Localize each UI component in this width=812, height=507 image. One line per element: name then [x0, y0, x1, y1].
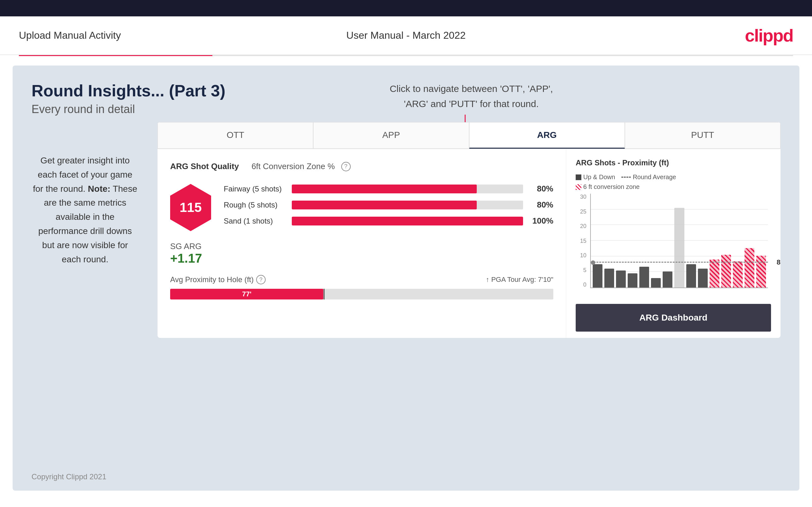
sg-section: SG ARG +1.17	[170, 241, 553, 266]
bar-9	[686, 264, 696, 288]
header-left: Upload Manual Activity	[19, 30, 121, 41]
bar-row-fairway: Fairway (5 shots) 80%	[224, 184, 553, 194]
score-hexagon: 115	[170, 184, 211, 231]
bar-15-hatched	[756, 256, 766, 287]
logo: clippd	[745, 25, 793, 46]
left-panel: ARG Shot Quality 6ft Conversion Zone % ?…	[158, 149, 566, 338]
chart-area: 8	[590, 194, 768, 288]
note-bold: Note:	[88, 184, 111, 194]
tab-ott[interactable]: OTT	[158, 122, 313, 149]
y-label-5: 5	[583, 267, 587, 274]
right-panel: ARG Shots - Proximity (ft) Up & Down Rou…	[566, 149, 780, 338]
bar-container-rough	[292, 201, 523, 210]
y-label-0: 0	[583, 282, 587, 288]
bar-8-tall	[674, 208, 684, 287]
info-icon[interactable]: ?	[341, 162, 351, 171]
header-accent	[19, 55, 793, 56]
panel-header: ARG Shot Quality 6ft Conversion Zone % ?	[170, 162, 553, 171]
bar-11-hatched	[710, 260, 719, 287]
header: Upload Manual Activity User Manual - Mar…	[0, 16, 812, 55]
main-content: Round Insights... (Part 3) Every round i…	[13, 65, 799, 491]
legend-second-row: 6 ft conversion zone	[576, 183, 771, 190]
proximity-section: Avg Proximity to Hole (ft) ? ↑ PGA Tour …	[170, 275, 553, 299]
legend-conversion-label: 6 ft conversion zone	[583, 183, 640, 190]
annotation-line1: Click to navigate between 'OTT', 'APP',	[390, 81, 553, 96]
top-bar	[0, 0, 812, 16]
proximity-cursor	[323, 289, 324, 299]
bars-container	[593, 194, 766, 287]
bar-12-hatched	[721, 255, 731, 287]
tab-putt[interactable]: PUTT	[625, 122, 780, 149]
proximity-bar-text: 77'	[242, 290, 251, 298]
annotation-line2: 'ARG' and 'PUTT' for that round.	[390, 96, 553, 111]
bar-7	[663, 272, 672, 287]
bar-6	[651, 278, 661, 287]
legend-conversion: 6 ft conversion zone	[576, 183, 640, 190]
legend-dashed-icon	[621, 177, 631, 178]
legend-round-avg: Round Average	[621, 173, 676, 181]
hexagon-container: 115	[170, 184, 211, 231]
bar-container-fairway	[292, 184, 523, 193]
bar-label-fairway: Fairway (5 shots)	[224, 184, 287, 193]
bar-fill-sand	[292, 217, 523, 225]
legend-square-icon	[576, 174, 581, 180]
arg-dashboard-button[interactable]: ARG Dashboard	[576, 304, 771, 332]
bar-1	[593, 264, 603, 288]
bar-2	[604, 269, 614, 287]
y-label-15: 15	[580, 238, 587, 244]
y-label-20: 20	[580, 223, 587, 230]
y-axis: 0 5 10 15 20 25 30	[576, 194, 588, 288]
main-card: OTT APP ARG PUTT ARG Shot Quality 6ft Co…	[158, 122, 780, 338]
legend-up-down-label: Up & Down	[583, 173, 615, 181]
legend-up-down: Up & Down	[576, 173, 615, 181]
sg-label: SG ARG	[170, 241, 553, 251]
tab-app[interactable]: APP	[313, 122, 469, 149]
bar-14-hatched	[745, 248, 754, 287]
pga-avg: ↑ PGA Tour Avg: 7'10"	[486, 276, 553, 284]
legend-round-avg-label: Round Average	[633, 173, 676, 181]
legend-hatched-icon	[576, 184, 581, 190]
dashed-line-dot	[591, 261, 595, 265]
bar-5	[639, 267, 649, 287]
bar-value-fairway: 80%	[528, 184, 553, 194]
bar-value-rough: 80%	[528, 200, 553, 210]
bar-4	[628, 273, 638, 287]
y-label-25: 25	[580, 209, 587, 215]
panel-title: ARG Shot Quality	[170, 162, 239, 171]
card-body: ARG Shot Quality 6ft Conversion Zone % ?…	[158, 149, 780, 338]
bar-13-hatched	[733, 261, 743, 287]
sg-value: +1.17	[170, 251, 553, 266]
proximity-header: Avg Proximity to Hole (ft) ? ↑ PGA Tour …	[170, 275, 553, 284]
tab-arg[interactable]: ARG	[469, 122, 625, 149]
bar-row-rough: Rough (5 shots) 80%	[224, 200, 553, 210]
bar-label-sand: Sand (1 shots)	[224, 217, 287, 225]
proximity-bar-container: 77'	[170, 289, 553, 299]
bar-container-sand	[292, 217, 523, 225]
bar-label-rough: Rough (5 shots)	[224, 201, 287, 210]
left-description: Get greater insight into each facet of y…	[32, 154, 139, 267]
dashed-avg-line: 8	[591, 262, 768, 263]
bar-10	[698, 269, 708, 287]
proximity-label: Avg Proximity to Hole (ft) ?	[170, 275, 266, 284]
chart-header-row: ARG Shots - Proximity (ft) Up & Down Rou…	[576, 158, 771, 190]
y-label-30: 30	[580, 194, 587, 200]
upload-link[interactable]: Upload Manual Activity	[19, 30, 121, 41]
bar-fill-rough	[292, 201, 477, 210]
bar-fill-fairway	[292, 184, 477, 193]
bar-row-sand: Sand (1 shots) 100%	[224, 216, 553, 226]
score-section: 115 Fairway (5 shots) 80%	[170, 184, 553, 232]
legend: Up & Down Round Average	[576, 173, 676, 181]
proximity-info-icon[interactable]: ?	[256, 275, 266, 284]
chart-title: ARG Shots - Proximity (ft)	[576, 158, 669, 167]
panel-subtitle: 6ft Conversion Zone %	[251, 162, 335, 171]
header-center: User Manual - March 2022	[346, 30, 466, 41]
bar-value-sand: 100%	[528, 216, 553, 226]
shot-quality: Fairway (5 shots) 80% Rough (5 shots)	[224, 184, 553, 232]
dashed-line-value: 8	[777, 258, 780, 267]
proximity-bar-fill: 77'	[170, 289, 323, 299]
y-label-10: 10	[580, 252, 587, 259]
footer: Copyright Clippd 2021	[32, 472, 106, 481]
bar-3	[616, 271, 626, 287]
tabs: OTT APP ARG PUTT	[158, 122, 780, 149]
chart-wrapper: 0 5 10 15 20 25 30	[576, 194, 771, 297]
